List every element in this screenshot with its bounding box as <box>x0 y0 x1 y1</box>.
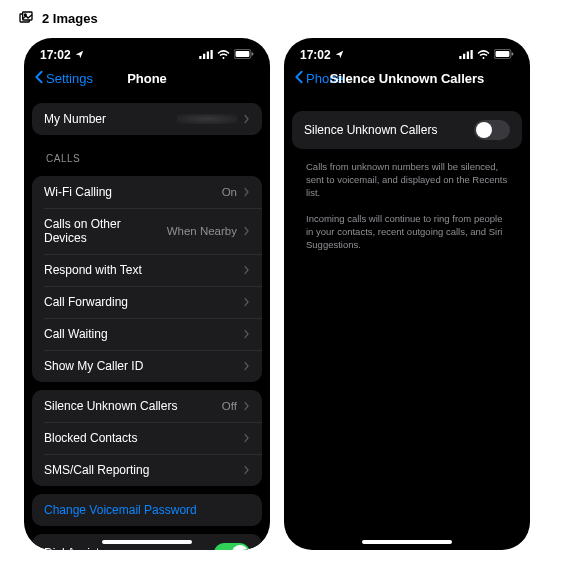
cell-respond-with-text[interactable]: Respond with Text <box>32 254 262 286</box>
cell-label: Calls on Other Devices <box>44 217 167 245</box>
home-indicator[interactable] <box>102 540 192 544</box>
chevron-right-icon <box>243 329 250 339</box>
cell-label: Silence Unknown Callers <box>304 123 474 137</box>
my-number-value-redacted <box>177 114 237 124</box>
page-header: 2 Images <box>0 0 582 32</box>
cell-label: Respond with Text <box>44 263 243 277</box>
battery-icon <box>494 48 514 62</box>
status-time: 17:02 <box>300 48 331 62</box>
page-header-label: 2 Images <box>42 11 98 26</box>
settings-content[interactable]: My Number CALLS Wi-Fi Calling On Calls o… <box>24 95 270 550</box>
cell-label: Call Forwarding <box>44 295 243 309</box>
svg-rect-9 <box>252 52 254 55</box>
svg-rect-6 <box>211 50 213 59</box>
silence-unknown-toggle[interactable] <box>474 120 510 140</box>
cell-label: Call Waiting <box>44 327 243 341</box>
silence-footer-2: Incoming calls will continue to ring fro… <box>292 209 522 255</box>
svg-rect-4 <box>203 54 205 59</box>
chevron-right-icon <box>243 297 250 307</box>
cellular-icon <box>459 48 473 62</box>
back-button[interactable]: Phone <box>294 70 344 87</box>
back-label: Settings <box>46 71 93 86</box>
status-right <box>199 48 254 62</box>
chevron-right-icon <box>243 114 250 124</box>
chevron-right-icon <box>243 361 250 371</box>
location-icon <box>75 48 84 62</box>
nav-bar: Settings Phone <box>24 64 270 95</box>
cell-label: My Number <box>44 112 177 126</box>
cell-label: SMS/Call Reporting <box>44 463 243 477</box>
group-voicemail: Change Voicemail Password <box>32 494 262 526</box>
chevron-right-icon <box>243 187 250 197</box>
cell-label: Dial Assist <box>44 546 214 550</box>
nav-bar: Phone Silence Unknown Callers <box>284 64 530 95</box>
silence-content[interactable]: Silence Unknown Callers Calls from unkno… <box>284 95 530 550</box>
cell-label: Show My Caller ID <box>44 359 243 373</box>
cell-change-voicemail-password[interactable]: Change Voicemail Password <box>32 494 262 526</box>
cell-silence-unknown-toggle: Silence Unknown Callers <box>292 111 522 149</box>
phone-settings-screenshot: 17:02 <box>24 38 270 550</box>
svg-rect-10 <box>459 56 461 59</box>
status-right <box>459 48 514 62</box>
cell-calls-other-devices[interactable]: Calls on Other Devices When Nearby <box>32 208 262 254</box>
cell-blocked-contacts[interactable]: Blocked Contacts <box>32 422 262 454</box>
status-left: 17:02 <box>300 48 344 62</box>
cell-label: Blocked Contacts <box>44 431 243 445</box>
cell-sms-call-reporting[interactable]: SMS/Call Reporting <box>32 454 262 486</box>
svg-rect-12 <box>467 52 469 60</box>
cell-wifi-calling[interactable]: Wi-Fi Calling On <box>32 176 262 208</box>
battery-icon <box>234 48 254 62</box>
chevron-left-icon <box>294 70 304 87</box>
phone-silence-screenshot: 17:02 <box>284 38 530 550</box>
dial-assist-toggle[interactable] <box>214 543 250 550</box>
group-calls: Wi-Fi Calling On Calls on Other Devices … <box>32 176 262 382</box>
group-silence-toggle: Silence Unknown Callers <box>292 111 522 149</box>
status-bar: 17:02 <box>284 38 530 64</box>
cell-label: Change Voicemail Password <box>44 503 250 517</box>
cellular-icon <box>199 48 213 62</box>
group-silence: Silence Unknown Callers Off Blocked Cont… <box>32 390 262 486</box>
location-icon <box>335 48 344 62</box>
status-left: 17:02 <box>40 48 84 62</box>
cell-show-caller-id[interactable]: Show My Caller ID <box>32 350 262 382</box>
chevron-left-icon <box>34 70 44 87</box>
wifi-icon <box>477 48 490 62</box>
cell-call-forwarding[interactable]: Call Forwarding <box>32 286 262 318</box>
silence-footer-1: Calls from unknown numbers will be silen… <box>292 157 522 203</box>
chevron-right-icon <box>243 433 250 443</box>
home-indicator[interactable] <box>362 540 452 544</box>
svg-rect-15 <box>496 51 510 57</box>
cell-value: Off <box>222 400 237 412</box>
wifi-icon <box>217 48 230 62</box>
chevron-right-icon <box>243 226 250 236</box>
chevron-right-icon <box>243 401 250 411</box>
svg-rect-16 <box>512 52 514 55</box>
cell-call-waiting[interactable]: Call Waiting <box>32 318 262 350</box>
back-button[interactable]: Settings <box>34 70 93 87</box>
images-icon <box>18 10 34 26</box>
group-my-number: My Number <box>32 103 262 135</box>
cell-value: When Nearby <box>167 225 237 237</box>
status-bar: 17:02 <box>24 38 270 64</box>
chevron-right-icon <box>243 265 250 275</box>
back-label: Phone <box>306 71 344 86</box>
status-time: 17:02 <box>40 48 71 62</box>
svg-rect-13 <box>471 50 473 59</box>
svg-rect-3 <box>199 56 201 59</box>
svg-rect-11 <box>463 54 465 59</box>
chevron-right-icon <box>243 465 250 475</box>
phones-row: 17:02 <box>0 32 582 550</box>
cell-label: Silence Unknown Callers <box>44 399 222 413</box>
cell-value: On <box>222 186 237 198</box>
cell-label: Wi-Fi Calling <box>44 185 222 199</box>
section-header-calls: CALLS <box>32 143 262 168</box>
svg-rect-5 <box>207 52 209 60</box>
svg-rect-8 <box>236 51 250 57</box>
cell-silence-unknown[interactable]: Silence Unknown Callers Off <box>32 390 262 422</box>
cell-my-number[interactable]: My Number <box>32 103 262 135</box>
